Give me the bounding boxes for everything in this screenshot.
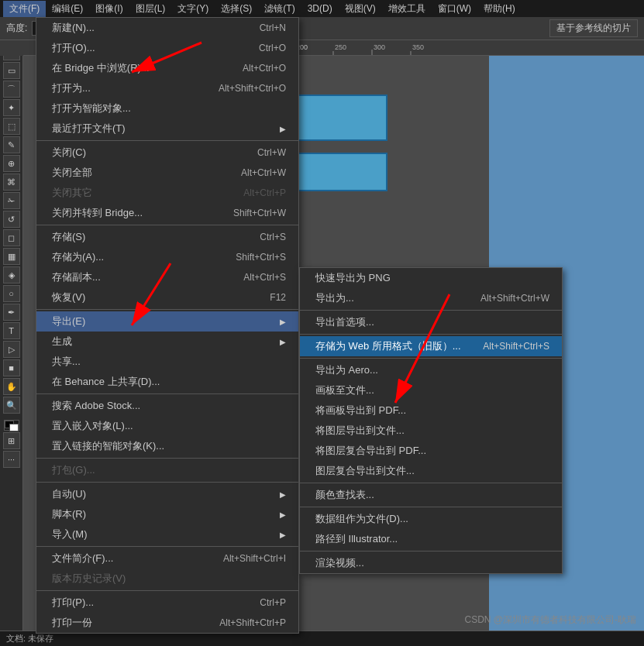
tool-clone[interactable]: ✁ xyxy=(3,192,20,209)
tool-brush[interactable]: ⌘ xyxy=(3,174,20,191)
tool-dodge[interactable]: ○ xyxy=(3,285,20,302)
export-shortcut-5: Alt+Shift+Ctrl+S xyxy=(483,341,549,352)
file-menu-item-0[interactable]: 新建(N)...Ctrl+N xyxy=(36,18,298,38)
file-menu-item-29[interactable]: 脚本(R)▶ xyxy=(36,504,298,524)
export-sep-13 xyxy=(300,483,562,483)
tool-more[interactable]: ··· xyxy=(3,451,20,468)
tool-pen[interactable]: ✒ xyxy=(3,304,20,321)
export-menu-item-0[interactable]: 快速导出为 PNG xyxy=(300,268,562,288)
export-menu-item-1[interactable]: 导出为...Alt+Shift+Ctrl+W xyxy=(300,288,562,308)
export-menu-item-8[interactable]: 画板至文件... xyxy=(300,380,562,400)
export-menu-item-5[interactable]: 存储为 Web 所用格式（旧版）...Alt+Shift+Ctrl+S xyxy=(300,336,562,356)
export-sep-18 xyxy=(300,551,562,552)
tool-eyedropper[interactable]: ✎ xyxy=(3,136,20,153)
file-menu-item-4[interactable]: 打开为智能对象... xyxy=(36,98,298,119)
file-menu-item-24[interactable]: 置入链接的智能对象(K)... xyxy=(36,436,298,456)
export-sep-4 xyxy=(300,334,562,335)
menu-plugins[interactable]: 增效工具 xyxy=(382,1,432,17)
tool-crop[interactable]: ⬚ xyxy=(3,118,20,135)
file-menu-item-1[interactable]: 打开(O)...Ctrl+O xyxy=(36,38,298,58)
tool-zoom[interactable]: 🔍 xyxy=(3,397,20,414)
shortcut-32: Alt+Shift+Ctrl+I xyxy=(223,553,286,564)
foreground-color[interactable] xyxy=(4,420,19,431)
export-menu-item-7[interactable]: 导出为 Aero... xyxy=(300,360,562,380)
watermark: CSDN @深圳市有德者科技有限公司-耿瑞 xyxy=(464,613,636,627)
tool-blur[interactable]: ◈ xyxy=(3,266,20,283)
ruler-corner xyxy=(0,40,23,56)
export-menu-item-9[interactable]: 将画板导出到 PDF... xyxy=(300,400,562,421)
tool-patch[interactable]: ⊕ xyxy=(3,155,20,172)
file-menu-item-35[interactable]: 打印(P)...Ctrl+P xyxy=(36,593,298,613)
tool-history[interactable]: ↺ xyxy=(3,211,20,228)
shortcut-0: Ctrl+N xyxy=(260,22,286,33)
file-menu-item-7[interactable]: 关闭(C)Ctrl+W xyxy=(36,143,298,163)
export-menu-item-16[interactable]: 数据组作为文件(D)... xyxy=(300,509,562,529)
menu-help[interactable]: 帮助(H) xyxy=(477,1,522,17)
left-toolbar: ✛ ▭ ⌒ ✦ ⬚ ✎ ⊕ ⌘ ✁ ↺ ◻ ▦ ◈ ○ ✒ T ▷ ■ ✋ 🔍 … xyxy=(0,40,23,631)
file-menu-item-2[interactable]: 在 Bridge 中浏览(R)...Alt+Ctrl+O xyxy=(36,58,298,78)
file-menu-item-17[interactable]: 导出(E)▶ xyxy=(36,311,298,332)
tool-gradient[interactable]: ▦ xyxy=(3,248,20,265)
menu-select[interactable]: 选择(S) xyxy=(215,1,258,17)
menu-separator-16 xyxy=(36,309,298,310)
menu-window[interactable]: 窗口(W) xyxy=(432,1,477,17)
file-menu-item-30[interactable]: 导入(M)▶ xyxy=(36,524,298,545)
export-menu-item-12[interactable]: 图层复合导出到文件... xyxy=(300,461,562,481)
menu-text[interactable]: 文字(Y) xyxy=(171,1,215,17)
menu-filter[interactable]: 滤镜(T) xyxy=(258,1,301,17)
tool-eraser[interactable]: ◻ xyxy=(3,229,20,246)
tool-hand[interactable]: ✋ xyxy=(3,378,20,395)
menu-separator-31 xyxy=(36,546,298,547)
file-menu-item-18[interactable]: 生成▶ xyxy=(36,332,298,352)
file-menu-item-9: 关闭其它Alt+Ctrl+P xyxy=(36,183,298,203)
slice-button[interactable]: 基于参考线的切片 xyxy=(549,19,638,37)
export-submenu: 快速导出为 PNG导出为...Alt+Shift+Ctrl+W导出首选项...存… xyxy=(299,267,563,574)
export-menu-item-19[interactable]: 渲染视频... xyxy=(300,553,562,573)
file-menu-item-15[interactable]: 恢复(V)F12 xyxy=(36,287,298,308)
tool-text[interactable]: T xyxy=(3,322,20,339)
shortcut-10: Shift+Ctrl+W xyxy=(233,208,286,218)
submenu-arrow-29: ▶ xyxy=(280,510,286,519)
tool-wand[interactable]: ✦ xyxy=(3,99,20,116)
file-menu-item-22[interactable]: 搜索 Adobe Stock... xyxy=(36,396,298,416)
menu-separator-11 xyxy=(36,225,298,225)
file-menu-item-12[interactable]: 存储(S)Ctrl+S xyxy=(36,227,298,247)
tool-select[interactable]: ▭ xyxy=(3,62,20,79)
file-dropdown-menu: 新建(N)...Ctrl+N打开(O)...Ctrl+O在 Bridge 中浏览… xyxy=(36,17,299,634)
file-menu-item-8[interactable]: 关闭全部Alt+Ctrl+W xyxy=(36,163,298,183)
file-menu-item-28[interactable]: 自动(U)▶ xyxy=(36,484,298,504)
file-menu-item-13[interactable]: 存储为(A)...Shift+Ctrl+S xyxy=(36,247,298,267)
file-menu-item-14[interactable]: 存储副本...Alt+Ctrl+S xyxy=(36,267,298,287)
export-menu-item-11[interactable]: 将图层复合导出到 PDF... xyxy=(300,441,562,461)
menu-3d[interactable]: 3D(D) xyxy=(301,2,339,15)
export-menu-item-14[interactable]: 颜色查找表... xyxy=(300,485,562,505)
file-menu-item-10[interactable]: 关闭并转到 Bridge...Shift+Ctrl+W xyxy=(36,203,298,223)
tool-extra[interactable]: ⊞ xyxy=(3,432,20,449)
tool-path[interactable]: ▷ xyxy=(3,341,20,358)
export-menu-item-17[interactable]: 路径到 Illustrator... xyxy=(300,529,562,549)
svg-text:350: 350 xyxy=(412,43,424,51)
file-menu-item-36[interactable]: 打印一份Alt+Shift+Ctrl+P xyxy=(36,613,298,633)
menu-image[interactable]: 图像(I) xyxy=(89,1,129,17)
file-menu-item-23[interactable]: 置入嵌入对象(L)... xyxy=(36,416,298,436)
menu-layer[interactable]: 图层(L) xyxy=(129,1,172,17)
menu-view[interactable]: 视图(V) xyxy=(339,1,382,17)
tool-lasso[interactable]: ⌒ xyxy=(3,81,20,98)
shortcut-7: Ctrl+W xyxy=(257,147,286,158)
export-shortcut-1: Alt+Shift+Ctrl+W xyxy=(480,293,549,304)
file-menu-item-32[interactable]: 文件简介(F)...Alt+Shift+Ctrl+I xyxy=(36,548,298,569)
menu-file[interactable]: 文件(F) xyxy=(3,1,46,17)
export-menu-item-3[interactable]: 导出首选项... xyxy=(300,312,562,332)
file-menu-item-20[interactable]: 在 Behance 上共享(D)... xyxy=(36,372,298,392)
file-menu-item-5[interactable]: 最近打开文件(T)▶ xyxy=(36,119,298,139)
export-menu-item-10[interactable]: 将图层导出到文件... xyxy=(300,421,562,441)
file-menu-item-3[interactable]: 打开为...Alt+Shift+Ctrl+O xyxy=(36,78,298,98)
svg-text:250: 250 xyxy=(335,43,346,51)
export-sep-15 xyxy=(300,507,562,507)
shortcut-9: Alt+Ctrl+P xyxy=(243,187,286,198)
file-menu-item-19[interactable]: 共享... xyxy=(36,352,298,372)
menu-edit[interactable]: 编辑(E) xyxy=(46,1,89,17)
tool-shape[interactable]: ■ xyxy=(3,359,20,376)
shortcut-36: Alt+Shift+Ctrl+P xyxy=(219,617,286,628)
submenu-arrow-5: ▶ xyxy=(280,125,286,133)
